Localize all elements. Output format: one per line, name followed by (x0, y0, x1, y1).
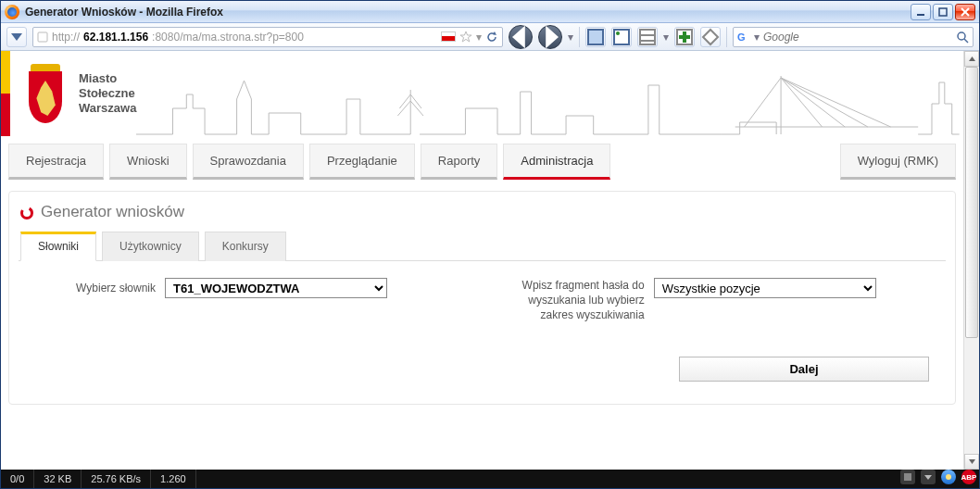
svg-marker-39 (924, 475, 932, 480)
flag-pl-icon (441, 31, 456, 42)
svg-line-30 (781, 78, 868, 127)
svg-rect-11 (614, 30, 629, 44)
svg-line-32 (781, 78, 822, 127)
nav-sprawozdania[interactable]: Sprawozdania (193, 144, 304, 180)
tab-slowniki[interactable]: Słowniki (20, 232, 96, 261)
search-icon[interactable] (956, 31, 969, 44)
status-weather-icon[interactable] (941, 470, 956, 484)
dict-label: Wybierz słownik (26, 282, 156, 295)
address-bar[interactable]: http://62.181.1.156:8080/ma/ma.strona.st… (32, 27, 503, 47)
main-nav: Rejestracja Wnioski Sprawozdania Przeglą… (1, 136, 963, 180)
close-button[interactable] (955, 4, 975, 20)
scroll-down-button[interactable] (964, 454, 979, 470)
form-row: Wybierz słownik T61_WOJEWODZTWA Wpisz fr… (19, 261, 946, 331)
svg-point-12 (616, 31, 620, 35)
toolbar-btn-3[interactable] (637, 27, 658, 47)
url-path: :8080/ma/ma.strona.str?p=800 (152, 31, 304, 44)
status-icon-1[interactable] (900, 470, 915, 484)
reload-icon[interactable] (485, 31, 498, 44)
toolbar-dropdown-button[interactable] (6, 27, 27, 47)
svg-line-33 (745, 78, 781, 127)
skyline-illustration (136, 51, 960, 136)
main-panel: Generator wniosków Słowniki Użytkownicy … (8, 191, 956, 405)
forward-button[interactable] (538, 25, 562, 49)
svg-marker-36 (969, 56, 975, 61)
tab-uzytkownicy[interactable]: Użytkownicy (102, 232, 199, 261)
status-download-icon[interactable] (921, 470, 936, 484)
tab-konkursy[interactable]: Konkursy (205, 232, 286, 261)
scroll-thumb[interactable] (965, 67, 978, 338)
svg-rect-5 (38, 32, 47, 42)
maximize-button[interactable] (933, 4, 953, 20)
toolbar-btn-4[interactable] (674, 27, 695, 47)
page-viewport: Miasto Stołeczne Warszawa (1, 51, 963, 470)
panel-title-row: Generator wniosków (19, 199, 946, 231)
next-button[interactable]: Dalej (679, 357, 929, 382)
nav-przegladanie[interactable]: Przeglądanie (309, 144, 415, 180)
star-icon[interactable] (459, 31, 472, 44)
panel-bullet-icon (20, 206, 33, 219)
back-button[interactable] (509, 25, 533, 49)
search-range-select[interactable]: Wszystkie pozycje (654, 278, 876, 298)
svg-marker-6 (460, 31, 471, 42)
search-input[interactable] (763, 31, 952, 44)
search-label: Wpisz fragment hasła do wyszukania lub w… (501, 278, 645, 323)
toolbar-btn-5[interactable] (700, 27, 721, 47)
header-stripes (1, 51, 10, 136)
status-bar: 0/0 32 KB 25.76 KB/s 1.260 ABP (1, 470, 979, 488)
scroll-up-button[interactable] (964, 51, 979, 67)
nav-raporty[interactable]: Raporty (421, 144, 498, 180)
svg-marker-4 (11, 33, 22, 41)
svg-marker-8 (514, 28, 524, 45)
titlebar: Generator Wniosków - Mozilla Firefox (1, 1, 979, 23)
window-title: Generator Wniosków - Mozilla Firefox (25, 6, 911, 19)
svg-rect-1 (939, 8, 947, 16)
svg-marker-9 (547, 28, 557, 45)
status-speed: 25.76 KB/s (82, 470, 151, 488)
svg-point-35 (22, 208, 32, 219)
nav-wnioski[interactable]: Wnioski (109, 144, 187, 180)
svg-point-21 (958, 32, 965, 40)
panel-title: Generator wniosków (41, 203, 184, 221)
nav-logout[interactable]: Wyloguj (RMK) (840, 144, 956, 180)
svg-line-22 (964, 39, 968, 43)
browser-toolbar: http://62.181.1.156:8080/ma/ma.strona.st… (1, 23, 979, 51)
dict-select[interactable]: T61_WOJEWODZTWA (165, 278, 387, 298)
toolbar-btn-2[interactable] (611, 27, 632, 47)
url-host: 62.181.1.156 (83, 31, 148, 44)
status-size: 32 KB (34, 470, 82, 488)
nav-rejestracja[interactable]: Rejestracja (8, 144, 104, 180)
scroll-track[interactable] (964, 67, 979, 454)
toolbar-btn-1[interactable] (585, 27, 606, 47)
firefox-icon (5, 5, 19, 19)
svg-rect-13 (640, 30, 655, 44)
svg-rect-10 (588, 30, 603, 44)
url-scheme: http:// (52, 31, 80, 44)
svg-point-40 (946, 474, 951, 480)
warsaw-crest-icon (25, 64, 66, 123)
vertical-scrollbar[interactable] (963, 51, 979, 470)
city-name: Miasto Stołeczne Warszawa (79, 71, 136, 117)
tabs: Słowniki Użytkownicy Konkursy (19, 231, 946, 261)
google-icon: G (737, 31, 750, 44)
page-icon (37, 31, 48, 43)
status-time: 1.260 (151, 470, 196, 488)
search-bar[interactable]: G ▾ (733, 27, 974, 47)
status-counter: 0/0 (1, 470, 34, 488)
header-banner: Miasto Stołeczne Warszawa (1, 51, 963, 136)
dropdown-icon[interactable]: ▾ (476, 31, 482, 44)
svg-line-25 (411, 94, 422, 108)
svg-marker-37 (969, 459, 975, 464)
svg-rect-38 (904, 473, 911, 481)
status-abp-icon[interactable]: ABP (961, 470, 976, 484)
minimize-button[interactable] (911, 4, 931, 20)
svg-text:G: G (737, 31, 746, 43)
nav-administracja[interactable]: Administracja (503, 144, 610, 180)
svg-line-24 (400, 94, 411, 108)
